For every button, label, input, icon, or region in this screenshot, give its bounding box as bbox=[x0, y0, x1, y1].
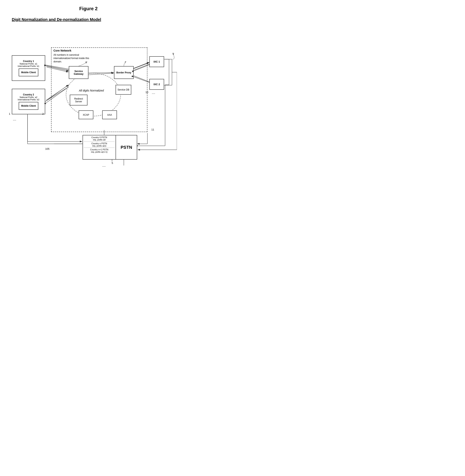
ellipsis-ixc: … bbox=[152, 91, 155, 95]
number-5: 5 bbox=[112, 162, 113, 165]
aaa-box: AAA bbox=[102, 111, 117, 119]
ellipsis-left: … bbox=[13, 117, 16, 122]
country2-label: Country 2 bbox=[23, 93, 34, 96]
number-10: 10 bbox=[146, 91, 148, 94]
number-9: 9 bbox=[173, 52, 174, 55]
service-db-box: Service DB bbox=[116, 85, 131, 95]
number-2: 2 bbox=[42, 112, 44, 115]
country2-nat: National Prefix: a2 bbox=[20, 96, 37, 98]
number-7: 7 bbox=[125, 61, 126, 64]
number-11: 11 bbox=[151, 128, 154, 131]
ellipsis-pstn: … bbox=[102, 164, 106, 168]
pstn-line3: Country n PSTN bbox=[91, 142, 107, 145]
country1-label: Country 1 bbox=[23, 60, 34, 63]
country1-mobile: Mobile Client bbox=[19, 68, 38, 76]
page-title: Figure 2 bbox=[8, 6, 169, 11]
core-network-label: Core Network bbox=[53, 49, 71, 52]
subtitle: Digit Normalization and De-normalization… bbox=[12, 17, 169, 22]
number-105: 105 bbox=[45, 147, 50, 150]
number-1: 1 bbox=[9, 112, 10, 115]
country1-intl: International Prefix: b1 bbox=[18, 65, 39, 67]
country1-nat: National Prefix: a1 bbox=[20, 63, 37, 65]
diagram-container: Country 1 National Prefix: a1 Internatio… bbox=[8, 28, 177, 175]
country1-box: Country 1 National Prefix: a1 Internatio… bbox=[12, 55, 45, 81]
pstn-line5: Country n+1 PSTN bbox=[90, 148, 108, 151]
pstn-line6: req. prefix a(n+1) bbox=[91, 151, 107, 153]
redirect-server-box: Redirect Server bbox=[70, 95, 87, 105]
xcap-box: XCAP bbox=[79, 111, 93, 119]
country2-intl: International Prefix: b2 bbox=[18, 98, 39, 101]
country2-box: Country 2 National Prefix: a2 Internatio… bbox=[12, 89, 45, 114]
border-proxy-box: Border Proxy bbox=[114, 66, 134, 79]
ixc2-box: IXC 2 bbox=[149, 79, 164, 90]
ixc1-box: IXC 1 bbox=[149, 56, 164, 67]
pstn-line1: Country 0 PSTN bbox=[91, 136, 107, 139]
pstn-sep1 bbox=[84, 142, 115, 142]
pstn-line2: req. prefix a0 bbox=[93, 139, 106, 141]
pstn-line4: req. prefix a(n) bbox=[92, 145, 106, 147]
pstn-details-box: Country 0 PSTN req. prefix a0 Country n … bbox=[83, 135, 116, 160]
normalized-label: All digits Normalized bbox=[75, 89, 108, 93]
number-6: 6 bbox=[85, 61, 87, 64]
pstn-main-box: PSTN bbox=[116, 135, 137, 160]
service-gateway-box: Service Gateway bbox=[69, 66, 88, 79]
country2-mobile: Mobile Client bbox=[19, 102, 38, 110]
